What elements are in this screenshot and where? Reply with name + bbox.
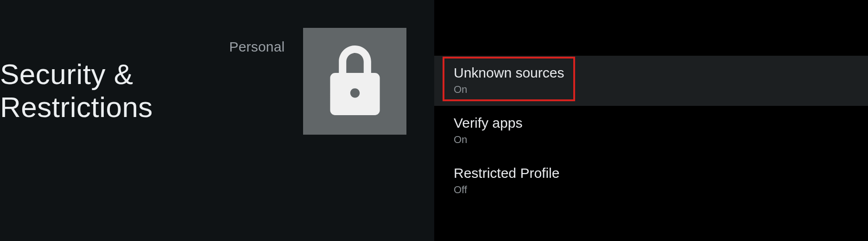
header-category: Personal [229,39,285,55]
header-text: Personal Security & Restrictions [0,39,285,124]
setting-value: Off [454,184,849,196]
header-block: Personal Security & Restrictions [0,28,434,135]
header-panel: Personal Security & Restrictions [0,0,434,241]
setting-restricted-profile[interactable]: Restricted Profile Off [434,156,868,206]
setting-unknown-sources[interactable]: Unknown sources On [434,56,868,106]
settings-screen: Personal Security & Restrictions Unknown… [0,0,868,241]
header-icon-tile [303,28,406,135]
setting-title: Restricted Profile [454,165,849,181]
setting-verify-apps[interactable]: Verify apps On [434,106,868,156]
setting-title: Unknown sources [454,65,849,81]
setting-value: On [454,134,849,146]
setting-title: Verify apps [454,115,849,131]
settings-list: Unknown sources On Verify apps On Restri… [434,0,868,241]
setting-value: On [454,84,849,96]
page-title: Security & Restrictions [0,58,285,124]
lock-icon [325,46,385,117]
